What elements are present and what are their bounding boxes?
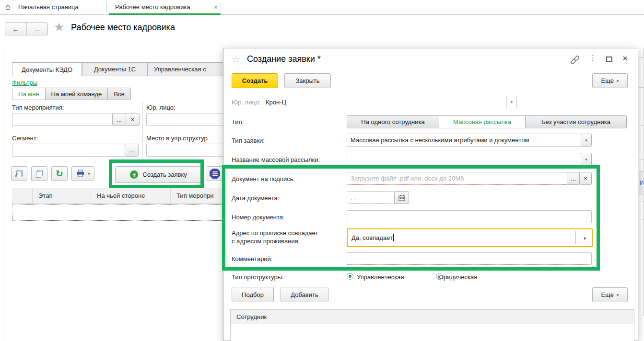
col-side[interactable]: На чьей стороне xyxy=(91,188,171,203)
filters-link[interactable]: Фильтры xyxy=(12,79,37,86)
type-segmented-control: На одного сотрудника Массовая рассылка Б… xyxy=(347,115,627,128)
select-documents-button[interactable]: ✓ xyxy=(11,166,27,181)
event-type-input[interactable] xyxy=(12,113,113,126)
maximize-icon[interactable] xyxy=(606,57,612,62)
request-type-value: Массовая рассылка с несколькими атрибута… xyxy=(351,136,529,144)
type-single-employee[interactable]: На одного сотрудника xyxy=(347,115,439,128)
sign-document-pick-button[interactable]: ... xyxy=(567,172,580,185)
pick-employees-button[interactable]: Подбор xyxy=(232,287,274,302)
legal-entity-combo[interactable]: Крон-Ц ▾ xyxy=(262,96,517,108)
table-empty-selection-row[interactable] xyxy=(12,205,224,221)
tab-hr-workspace[interactable]: Рабочее место кадровика × xyxy=(109,0,221,15)
tab-separator xyxy=(106,2,107,12)
create-request-dialog: ☆ Создание заявки * ⋮ × Создать Закрыть … xyxy=(223,48,638,341)
create-request-button[interactable]: + Создать заявку xyxy=(115,166,202,183)
address-match-combo[interactable]: Да, совпадает ▾ xyxy=(347,228,593,247)
employees-more-button[interactable]: Еще▾ xyxy=(592,287,628,302)
dialog-favorite-star-icon[interactable]: ☆ xyxy=(232,54,240,65)
back-button[interactable]: ← xyxy=(5,23,27,35)
col-event-type[interactable]: Тип меропри xyxy=(171,188,224,203)
dialog-close-icon[interactable]: × xyxy=(622,53,628,64)
legal-entity-dropdown-icon[interactable]: ▾ xyxy=(506,96,516,108)
workspace-tab-1c[interactable]: Документы 1С xyxy=(82,62,148,76)
dialog-create-label: Создать xyxy=(242,77,268,84)
workspace-tab-kedo[interactable]: Документы КЭДО xyxy=(12,62,82,76)
comment-label: Комментарий: xyxy=(232,255,273,262)
col-stage-label: Этап xyxy=(38,192,52,199)
mailing-name-dropdown-button[interactable]: ▾ xyxy=(581,153,592,166)
org-structure-label: Тип оргструктуры: xyxy=(232,273,284,281)
dialog-close-button[interactable]: Закрыть xyxy=(284,73,331,88)
comment-input[interactable] xyxy=(347,252,592,265)
employees-more-dropdown-icon: ▾ xyxy=(617,293,619,297)
more-menu-icon[interactable]: ⋮ xyxy=(589,54,597,62)
org-structure-legal-label: Юридическая xyxy=(437,273,477,281)
address-combo-divider xyxy=(575,231,576,244)
create-request-label: Создать заявку xyxy=(142,171,187,178)
tab-close-icon[interactable]: × xyxy=(214,3,218,11)
bot-icon xyxy=(210,169,220,179)
event-type-pick-button[interactable]: ... xyxy=(112,113,126,126)
scope-all[interactable]: Все xyxy=(107,88,130,100)
mailing-name-label: Название массовой рассылки: xyxy=(232,156,320,163)
scope-on-me[interactable]: На мне xyxy=(12,88,46,100)
dialog-close-label: Закрыть xyxy=(295,77,319,84)
sign-document-clear-button[interactable]: × xyxy=(579,172,592,185)
panel-left-border xyxy=(4,46,4,341)
clear-icon-2: × xyxy=(584,175,587,182)
text-caret xyxy=(393,234,394,241)
mailing-name-input[interactable] xyxy=(347,153,581,166)
top-tab-bar: ⌂ Начальная страница Рабочее место кадро… xyxy=(0,0,644,15)
request-type-combo[interactable]: Массовая рассылка с несколькими атрибута… xyxy=(347,134,581,147)
col-marker[interactable] xyxy=(12,188,33,203)
scope-my-team-label: На моей команде xyxy=(51,91,102,98)
tabs-bottom-line xyxy=(82,76,224,76)
tab-home-page[interactable]: Начальная страница xyxy=(18,0,79,13)
event-type-clear-button[interactable]: × xyxy=(126,113,140,126)
bot-button[interactable] xyxy=(207,166,223,181)
segment-pick-button[interactable]: ... xyxy=(125,144,139,157)
filter-columns-divider xyxy=(142,102,143,162)
add-employee-button[interactable]: Добавить xyxy=(281,287,328,302)
request-type-label: Тип заявки: xyxy=(232,137,265,144)
col-event-type-label: Тип меропри xyxy=(176,192,213,199)
get-link-icon[interactable] xyxy=(570,55,580,65)
doc-number-input[interactable] xyxy=(347,210,592,223)
address-dropdown-icon[interactable]: ▾ xyxy=(584,236,586,241)
ellipsis-icon-3: ... xyxy=(571,175,576,182)
doc-date-calendar-button[interactable] xyxy=(394,191,409,204)
scope-segmented-control: На мне На моей команде Все xyxy=(12,88,131,100)
col-stage[interactable]: Этап xyxy=(33,188,91,203)
type-no-employee[interactable]: Без участия сотрудника xyxy=(525,115,627,128)
dialog-more-label: Еще xyxy=(601,77,614,84)
home-icon[interactable]: ⌂ xyxy=(5,1,11,12)
refresh-button[interactable]: ↻ xyxy=(51,166,68,181)
tab-separator-2 xyxy=(221,2,221,12)
employee-table-body[interactable] xyxy=(230,324,634,341)
scope-on-me-label: На мне xyxy=(18,91,39,98)
forward-button[interactable]: → xyxy=(27,23,48,35)
sign-document-input[interactable]: Загрузите файл .pdf или .docx до 20Мб xyxy=(347,172,567,185)
dialog-more-button[interactable]: Еще▾ xyxy=(592,73,628,88)
favorite-star-icon[interactable]: ★ xyxy=(54,20,64,34)
doc-date-input[interactable]: . . xyxy=(347,191,395,204)
request-type-dropdown-button[interactable]: ▾ xyxy=(581,134,592,147)
employees-more-label: Еще xyxy=(601,291,614,298)
dialog-create-button[interactable]: Создать xyxy=(232,73,278,88)
checked-documents-icon: ✓ xyxy=(15,170,23,178)
mgmt-place-input[interactable] xyxy=(146,144,224,157)
copy-button[interactable] xyxy=(31,166,47,181)
legal-entity-input-main[interactable] xyxy=(146,113,224,126)
segment-input[interactable] xyxy=(12,144,125,157)
col-side-label: На чьей стороне xyxy=(97,192,145,199)
org-structure-radio-mgmt[interactable] xyxy=(347,273,353,280)
workspace-tab-mgmt[interactable]: Управленческая с xyxy=(148,62,224,76)
type-mass-mailing[interactable]: Массовая рассылка xyxy=(439,115,526,128)
type-no-employee-label: Без участия сотрудника xyxy=(541,118,610,125)
legal-entity-label-main: Юр. лицо: xyxy=(146,104,176,111)
employee-table-header[interactable]: Сотрудник xyxy=(230,309,634,324)
printer-icon xyxy=(76,170,85,178)
print-button[interactable]: ▾ xyxy=(71,166,94,181)
scope-my-team[interactable]: На моей команде xyxy=(45,88,108,100)
sign-document-placeholder: Загрузите файл .pdf или .docx до 20Мб xyxy=(351,175,464,182)
